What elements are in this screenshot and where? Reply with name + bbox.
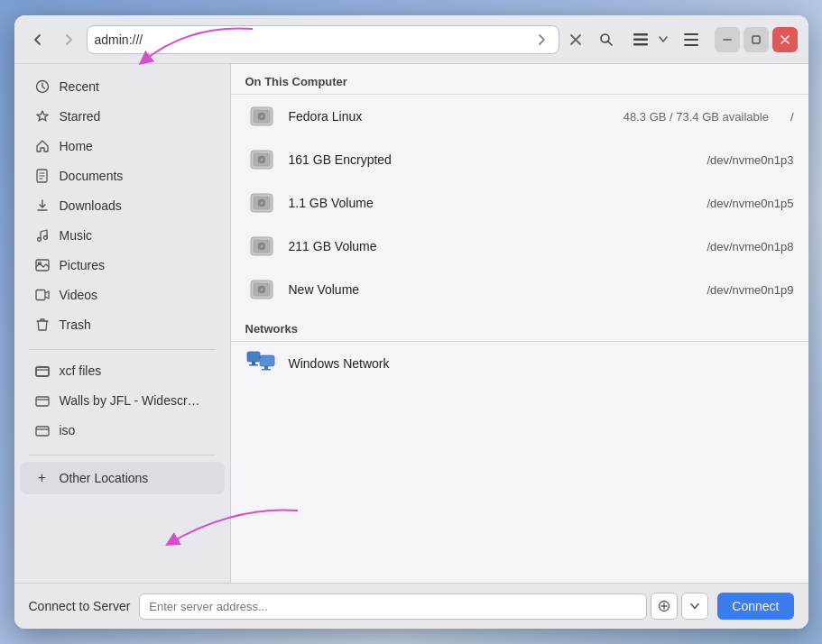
hamburger-menu-button[interactable]: [677, 25, 706, 54]
svg-point-34: [260, 245, 263, 248]
address-input[interactable]: [95, 32, 528, 47]
view-dropdown-button[interactable]: [655, 27, 671, 52]
on-this-computer-header: On This Computer: [231, 64, 808, 94]
svg-rect-39: [247, 352, 260, 362]
svg-point-38: [260, 289, 263, 291]
fedora-path: /: [790, 110, 794, 124]
sidebar-item-documents[interactable]: Documents: [20, 161, 225, 190]
svg-rect-5: [684, 39, 698, 41]
minimize-button[interactable]: [715, 27, 740, 52]
sidebar-item-videos-label: Videos: [60, 288, 98, 302]
svg-point-10: [37, 238, 41, 242]
sidebar-item-walls-label: Walls by JFL - Widescreen (...: [60, 393, 204, 408]
forward-button[interactable]: [56, 27, 81, 52]
file-manager-window: Recent Starred Hom: [14, 15, 808, 629]
sidebar-item-other-locations-label: Other Locations: [60, 471, 149, 485]
volume-row-161gb[interactable]: 161 GB Encrypted /dev/nvme0n1p3: [231, 138, 808, 181]
sidebar-item-trash[interactable]: Trash: [20, 310, 225, 339]
sidebar-bookmarks-section: xcf files Walls by JFL - Widescreen (...: [14, 355, 230, 446]
bookmark-folder-icon: [34, 363, 51, 379]
svg-rect-1: [633, 33, 648, 36]
newvolume-name: New Volume: [289, 282, 686, 297]
sidebar-item-recent[interactable]: Recent: [20, 72, 225, 101]
main-content: Recent Starred Hom: [14, 64, 808, 583]
sidebar-item-home[interactable]: Home: [20, 132, 225, 161]
sidebar-separator-2: [29, 455, 216, 455]
server-input-wrap: [139, 593, 708, 620]
view-mode-control: [626, 25, 671, 54]
svg-rect-2: [633, 38, 648, 41]
other-locations-plus-icon: +: [34, 470, 51, 486]
maximize-button[interactable]: [743, 27, 769, 52]
211gb-name: 211 GB Volume: [289, 239, 686, 253]
networks-header: Networks: [231, 311, 808, 341]
svg-point-30: [260, 202, 263, 205]
videos-icon: [34, 287, 51, 303]
bookmark-folder-icon-3: [34, 422, 51, 438]
window-controls: [715, 27, 798, 52]
sidebar-item-recent-label: Recent: [60, 79, 99, 94]
recent-icon: [34, 78, 51, 95]
volume-row-newvolume[interactable]: New Volume /dev/nvme0n1p9: [231, 268, 808, 311]
newvolume-path: /dev/nvme0n1p9: [707, 283, 793, 297]
fedora-size: 48.3 GB / 73.4 GB available: [623, 110, 769, 124]
newvolume-disk-icon: [245, 273, 278, 306]
close-address-button[interactable]: [565, 29, 586, 51]
1gb-path: /dev/nvme0n1p5: [707, 197, 793, 210]
svg-point-11: [43, 236, 47, 240]
starred-icon: [34, 108, 51, 124]
volume-row-211gb[interactable]: 211 GB Volume /dev/nvme0n1p8: [231, 225, 808, 268]
svg-rect-14: [36, 290, 45, 300]
network-row-windows[interactable]: Windows Network: [231, 342, 808, 385]
svg-rect-16: [36, 367, 49, 376]
svg-rect-6: [684, 44, 698, 46]
sidebar-item-starred[interactable]: Starred: [20, 102, 225, 131]
sidebar-item-walls[interactable]: Walls by JFL - Widescreen (...: [20, 386, 225, 415]
sidebar-item-downloads[interactable]: Downloads: [20, 191, 225, 220]
svg-rect-44: [262, 369, 271, 371]
close-button[interactable]: [772, 27, 798, 52]
address-go-button[interactable]: [531, 30, 551, 50]
svg-point-26: [260, 159, 263, 161]
svg-rect-40: [252, 362, 255, 364]
sidebar-item-pictures-label: Pictures: [60, 258, 106, 272]
211gb-disk-icon: [245, 230, 278, 262]
sidebar-item-starred-label: Starred: [60, 109, 101, 124]
connect-button[interactable]: Connect: [717, 593, 793, 620]
211gb-path: /dev/nvme0n1p8: [707, 240, 793, 253]
161gb-path: /dev/nvme0n1p3: [707, 153, 793, 167]
list-view-button[interactable]: [626, 25, 655, 54]
server-address-input[interactable]: [139, 593, 647, 620]
server-dropdown-button[interactable]: [681, 593, 708, 620]
svg-rect-41: [249, 364, 258, 366]
svg-rect-18: [36, 427, 49, 436]
windows-network-icon: [245, 347, 278, 380]
sidebar-item-music[interactable]: Music: [20, 221, 225, 250]
svg-rect-15: [36, 367, 49, 376]
search-button[interactable]: [592, 25, 621, 54]
1gb-disk-icon: [245, 187, 278, 219]
sidebar-item-other-locations[interactable]: + Other Locations: [20, 462, 225, 494]
downloads-icon: [34, 198, 51, 214]
svg-point-22: [260, 115, 263, 118]
1gb-name: 1.1 GB Volume: [289, 196, 686, 210]
connect-to-server-label: Connect to Server: [29, 599, 131, 613]
file-panel: On This Computer Fedora Linux 48.3 GB / …: [231, 64, 808, 583]
volume-row-fedora[interactable]: Fedora Linux 48.3 GB / 73.4 GB available…: [231, 95, 808, 138]
home-icon: [34, 138, 51, 154]
sidebar-separator-1: [29, 349, 216, 350]
volume-row-1gb[interactable]: 1.1 GB Volume /dev/nvme0n1p5: [231, 181, 808, 225]
svg-rect-3: [633, 43, 648, 46]
sidebar-item-documents-label: Documents: [60, 169, 124, 183]
back-button[interactable]: [25, 27, 51, 52]
sidebar-item-pictures[interactable]: Pictures: [20, 251, 225, 280]
trash-icon: [34, 317, 51, 333]
sidebar-item-videos[interactable]: Videos: [20, 281, 225, 309]
sidebar-item-xcf[interactable]: xcf files: [20, 356, 225, 385]
sidebar-item-downloads-label: Downloads: [60, 198, 122, 213]
sidebar-item-home-label: Home: [60, 139, 93, 153]
bookmark-folder-icon-2: [34, 392, 51, 409]
toolbar: [14, 15, 808, 64]
server-bookmark-button[interactable]: [651, 593, 678, 620]
sidebar-item-iso[interactable]: iso: [20, 416, 225, 445]
